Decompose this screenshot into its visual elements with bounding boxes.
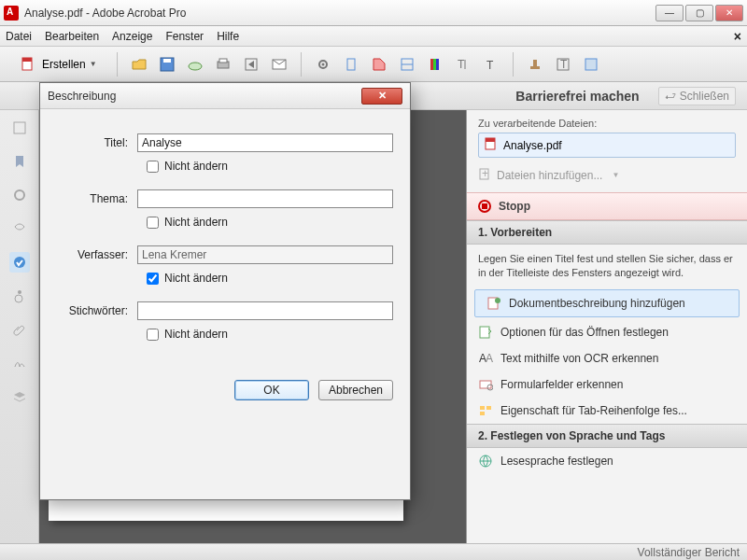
menu-datei[interactable]: Datei <box>6 30 32 43</box>
svg-point-28 <box>15 295 22 302</box>
stamp-icon[interactable] <box>525 54 545 75</box>
action-label: Formularfelder erkennen <box>500 378 623 391</box>
svg-rect-24 <box>585 59 597 70</box>
dialog-title: Beschreibung <box>48 90 361 103</box>
thumbnails-icon[interactable] <box>9 118 30 138</box>
gear-icon[interactable] <box>313 54 333 75</box>
menubar: Datei Bearbeiten Anzeige Fenster Hilfe × <box>0 26 747 47</box>
color-icon[interactable] <box>425 54 445 75</box>
create-pdf-icon <box>18 54 38 75</box>
svg-point-35 <box>495 298 500 303</box>
open-options-icon <box>478 325 493 340</box>
check-titel-nicht-aendern[interactable] <box>147 161 159 173</box>
close-icon: ⮐ <box>665 90 676 103</box>
mail-icon[interactable] <box>269 54 289 75</box>
status-text: Vollständiger Bericht <box>638 546 740 559</box>
action-label: Dokumentbeschreibung hinzufügen <box>509 297 685 310</box>
check-label: Nicht ändern <box>164 160 228 173</box>
clip-icon[interactable] <box>9 185 30 205</box>
text-icon[interactable]: T <box>481 54 501 75</box>
add-files-button[interactable]: + Dateien hinzufügen... ▼ <box>478 165 736 185</box>
input-stichworter[interactable] <box>137 301 393 320</box>
action-wizard-panel: Zu verarbeitende Dateien: Analyse.pdf + … <box>467 110 747 543</box>
label-verfasser: Verfasser: <box>57 248 137 261</box>
action-open-options[interactable]: Optionen für das Öffnen festlegen <box>467 319 747 345</box>
tags-icon[interactable] <box>9 218 30 239</box>
navigation-rail <box>0 110 39 543</box>
statusbar: Vollständiger Bericht <box>0 543 747 560</box>
file-list-item[interactable]: Analyse.pdf <box>478 133 736 158</box>
dialog-titlebar[interactable]: Beschreibung ✕ <box>40 83 410 109</box>
check-label: Nicht ändern <box>164 272 228 285</box>
document-close-icon[interactable]: × <box>734 29 741 44</box>
stop-label: Stopp <box>499 200 530 213</box>
globe-icon <box>478 454 493 469</box>
input-thema[interactable] <box>137 189 393 208</box>
svg-rect-25 <box>14 122 25 133</box>
maximize-button[interactable]: ▢ <box>685 5 713 21</box>
menu-anzeige[interactable]: Anzeige <box>112 30 152 43</box>
cloud-icon[interactable] <box>185 54 205 75</box>
print-icon[interactable] <box>213 54 233 75</box>
main-toolbar: Erstellen ▼ T T T <box>0 47 747 82</box>
svg-point-27 <box>14 257 25 268</box>
panel-close-button[interactable]: ⮐ Schließen <box>658 87 736 105</box>
order-icon[interactable] <box>397 54 417 75</box>
menu-fenster[interactable]: Fenster <box>165 30 204 43</box>
svg-rect-14 <box>430 59 433 70</box>
menu-hilfe[interactable]: Hilfe <box>217 30 239 43</box>
check-label: Nicht ändern <box>164 216 228 229</box>
accessibility-icon[interactable] <box>9 252 30 273</box>
window-close-button[interactable]: ✕ <box>715 5 743 21</box>
step-1-header[interactable]: 1. Vorbereiten <box>467 220 747 245</box>
svg-rect-31 <box>486 138 495 142</box>
wheelchair-icon[interactable] <box>9 286 30 306</box>
add-file-icon: + <box>478 167 491 183</box>
dialog-close-button[interactable]: ✕ <box>361 88 402 105</box>
attachment-icon[interactable] <box>9 319 30 340</box>
panel-title: Barrierefrei machen <box>515 89 639 104</box>
input-verfasser[interactable] <box>137 245 393 264</box>
menu-bearbeiten[interactable]: Bearbeiten <box>45 30 99 43</box>
action-label: Eigenschaft für Tab-Reihenfolge fes... <box>500 404 687 417</box>
create-button[interactable]: Erstellen ▼ <box>9 50 106 78</box>
svg-text:A: A <box>486 352 493 365</box>
doc-description-icon <box>486 296 501 311</box>
tools-icon[interactable] <box>341 54 361 75</box>
create-button-label: Erstellen <box>42 58 86 71</box>
bookmark-icon[interactable] <box>9 151 30 172</box>
ok-button[interactable]: OK <box>234 380 309 400</box>
save-icon[interactable] <box>157 54 177 75</box>
svg-rect-1 <box>22 58 32 62</box>
check-verfasser-nicht-aendern[interactable] <box>147 273 159 285</box>
svg-rect-6 <box>219 59 227 63</box>
step-2-header[interactable]: 2. Festlegen von Sprache und Tags <box>467 424 747 448</box>
svg-text:+: + <box>482 167 488 180</box>
check-thema-nicht-aendern[interactable] <box>147 217 159 229</box>
action-label: Text mithilfe von OCR erkennen <box>500 352 658 365</box>
description-dialog: Beschreibung ✕ Titel: Nicht ändern Thema… <box>39 82 411 500</box>
minimize-button[interactable]: — <box>655 5 684 21</box>
text-edit-icon[interactable]: T <box>553 54 573 75</box>
check-stichworter-nicht-aendern[interactable] <box>147 329 159 341</box>
stop-button[interactable]: Stopp <box>467 192 747 220</box>
open-icon[interactable] <box>129 54 149 75</box>
chevron-down-icon: ▼ <box>612 171 619 179</box>
action-tab-order[interactable]: Eigenschaft für Tab-Reihenfolge fes... <box>467 398 747 424</box>
touchup-text-icon[interactable]: T <box>453 54 473 75</box>
form-icon[interactable] <box>581 54 601 75</box>
step-1-description: Legen Sie einen Titel fest und stellen S… <box>467 245 747 287</box>
signatures-icon[interactable] <box>9 353 30 373</box>
action-ocr[interactable]: AA Text mithilfe von OCR erkennen <box>467 345 747 371</box>
svg-text:T: T <box>458 58 465 71</box>
action-form-fields[interactable]: Formularfelder erkennen <box>467 371 747 398</box>
layers-icon[interactable] <box>9 386 30 407</box>
cancel-button[interactable]: Abbrechen <box>318 380 393 400</box>
svg-text:T: T <box>560 58 568 71</box>
share-icon[interactable] <box>241 54 261 75</box>
tag-icon[interactable] <box>369 54 389 75</box>
input-titel[interactable] <box>137 133 393 152</box>
svg-point-10 <box>321 63 324 65</box>
action-reading-language[interactable]: Lesesprache festlegen <box>467 448 747 474</box>
action-add-description[interactable]: Dokumentbeschreibung hinzufügen <box>474 289 740 317</box>
